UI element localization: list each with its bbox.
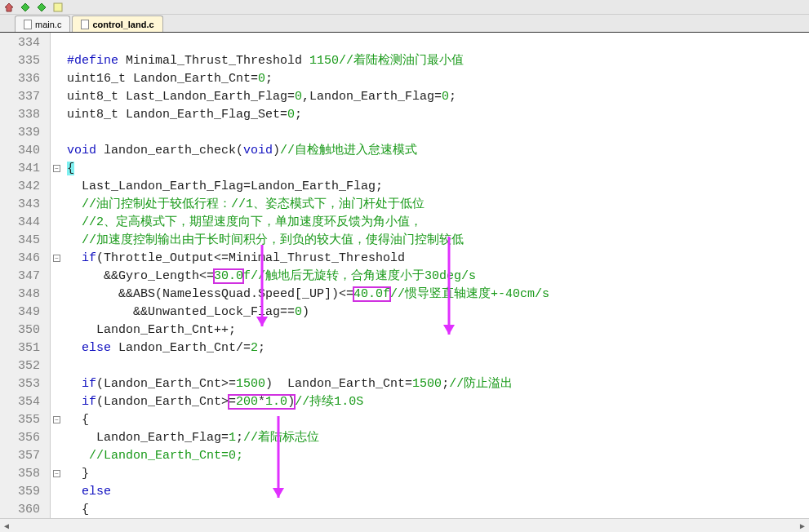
code-line[interactable]: { — [67, 501, 809, 518]
tools-icon[interactable] — [52, 2, 64, 13]
code-area[interactable]: #define Minimal_Thrust_Threshold 1150//着… — [65, 33, 809, 518]
fold-gutter[interactable]: −−−− — [51, 33, 65, 518]
line-number: 345 — [0, 232, 40, 250]
code-line[interactable]: &&ABS(NamelessQuad.Speed[_UP])<=40.0f//惯… — [67, 286, 809, 304]
code-line[interactable]: &&Gyro_Length<=30.0f//触地后无旋转，合角速度小于30deg… — [67, 268, 809, 286]
line-number: 352 — [0, 357, 40, 375]
line-number: 341 — [0, 160, 40, 178]
line-number: 337 — [0, 88, 40, 106]
line-number: 358 — [0, 465, 40, 483]
code-editor[interactable]: 3343353363373383393403413423433443453463… — [0, 33, 809, 518]
line-number: 355 — [0, 411, 40, 429]
code-line[interactable]: { — [67, 411, 809, 429]
code-line[interactable]: { — [67, 160, 809, 178]
code-line[interactable]: //加速度控制输出由于长时间积分，到负的较大值，使得油门控制较低 — [67, 232, 809, 250]
svg-rect-3 — [54, 3, 62, 11]
horizontal-scrollbar[interactable]: ◄ ► — [0, 518, 809, 531]
code-line[interactable]: uint8_t Last_Landon_Earth_Flag=0,Landon_… — [67, 88, 809, 106]
line-number: 343 — [0, 196, 40, 214]
tab-label: control_land.c — [92, 20, 153, 29]
diamond-icon[interactable] — [20, 2, 31, 13]
fold-toggle[interactable]: − — [53, 416, 60, 423]
code-line[interactable]: #define Minimal_Thrust_Threshold 1150//着… — [67, 52, 809, 70]
line-number: 340 — [0, 142, 40, 160]
code-line[interactable] — [67, 34, 809, 52]
scroll-right-icon[interactable]: ► — [796, 519, 809, 532]
fold-toggle[interactable]: − — [53, 470, 60, 477]
code-line[interactable]: //2、定高模式下，期望速度向下，单加速度环反馈为角小值， — [67, 214, 809, 232]
code-line[interactable]: if(Throttle_Output<=Minimal_Thrust_Thres… — [67, 250, 809, 268]
line-number: 351 — [0, 339, 40, 357]
code-line[interactable]: void landon_earth_check(void)//自检触地进入怠速模… — [67, 142, 809, 160]
line-number: 334 — [0, 34, 40, 52]
code-line[interactable]: //Landon_Earth_Cnt=0; — [67, 447, 809, 465]
line-number: 348 — [0, 286, 40, 304]
code-line[interactable]: if(Landon_Earth_Cnt>=1500) Landon_Earth_… — [67, 375, 809, 393]
scroll-left-icon[interactable]: ◄ — [0, 519, 13, 532]
line-number: 339 — [0, 124, 40, 142]
line-number: 357 — [0, 447, 40, 465]
code-line[interactable] — [67, 357, 809, 375]
line-number: 354 — [0, 393, 40, 411]
code-line[interactable]: if(Landon_Earth_Cnt>=200*1.0)//持续1.0S — [67, 393, 809, 411]
code-line[interactable] — [67, 124, 809, 142]
fold-toggle[interactable]: − — [53, 255, 60, 262]
tab-bar: main.ccontrol_land.c — [0, 15, 809, 33]
diamond-icon[interactable] — [36, 2, 47, 13]
svg-marker-0 — [5, 3, 13, 11]
line-number: 353 — [0, 375, 40, 393]
tab-control_land-c[interactable]: control_land.c — [72, 16, 162, 32]
line-number: 346 — [0, 250, 40, 268]
line-number: 359 — [0, 483, 40, 501]
tab-label: main.c — [35, 20, 61, 29]
line-number: 344 — [0, 214, 40, 232]
file-icon — [81, 20, 89, 29]
house-icon[interactable] — [3, 2, 15, 13]
code-line[interactable]: uint8_t Landon_Earth_Flag_Set=0; — [67, 106, 809, 124]
line-number: 350 — [0, 321, 40, 339]
line-number: 335 — [0, 52, 40, 70]
toolbar — [0, 0, 809, 15]
svg-marker-1 — [21, 3, 29, 11]
code-line[interactable]: Landon_Earth_Cnt++; — [67, 321, 809, 339]
fold-toggle[interactable]: − — [53, 165, 60, 172]
code-line[interactable]: &&Unwanted_Lock_Flag==0) — [67, 304, 809, 321]
code-line[interactable]: Landon_Earth_Flag=1;//着陆标志位 — [67, 429, 809, 447]
code-line[interactable]: } — [67, 465, 809, 483]
line-number: 336 — [0, 70, 40, 88]
code-line[interactable]: uint16_t Landon_Earth_Cnt=0; — [67, 70, 809, 88]
code-line[interactable]: else — [67, 483, 809, 501]
line-number: 338 — [0, 106, 40, 124]
code-line[interactable]: else Landon_Earth_Cnt/=2; — [67, 339, 809, 357]
code-line[interactable]: //油门控制处于较低行程：//1、姿态模式下，油门杆处于低位 — [67, 196, 809, 214]
line-number: 356 — [0, 429, 40, 447]
line-number: 342 — [0, 178, 40, 196]
line-number: 360 — [0, 501, 40, 518]
line-number: 349 — [0, 304, 40, 321]
file-icon — [24, 20, 32, 29]
line-number: 347 — [0, 268, 40, 286]
tab-main-c[interactable]: main.c — [15, 16, 70, 32]
code-line[interactable]: Last_Landon_Earth_Flag=Landon_Earth_Flag… — [67, 178, 809, 196]
line-number-gutter: 3343353363373383393403413423433443453463… — [0, 33, 51, 518]
svg-marker-2 — [38, 3, 46, 11]
